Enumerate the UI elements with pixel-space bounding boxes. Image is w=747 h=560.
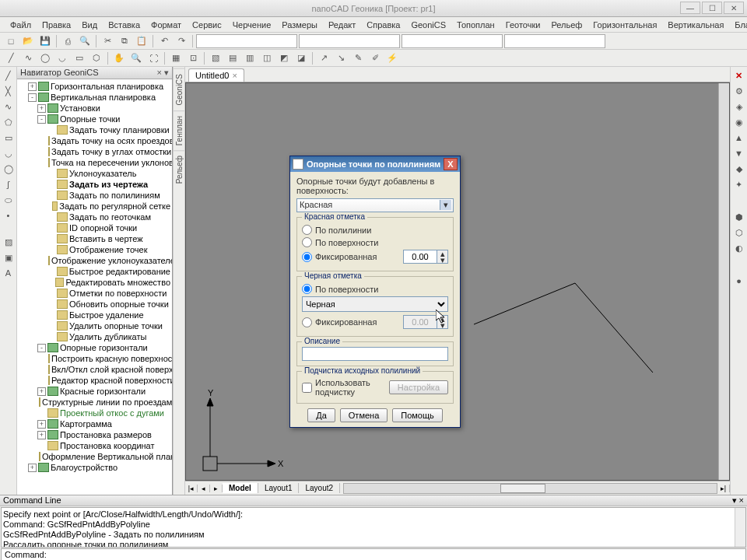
lv-circle-icon[interactable]: ◯ — [2, 162, 16, 176]
tree-item[interactable]: Опорные горизонтали — [60, 342, 148, 353]
rv-tool8-icon[interactable]: ⬢ — [732, 210, 746, 224]
red-fixed-spinner[interactable]: ▴▾ — [403, 250, 448, 264]
lv-hatch-icon[interactable]: ▨ — [2, 235, 16, 249]
lv-ellipse-icon[interactable]: ⬭ — [2, 193, 16, 207]
layout-first-icon[interactable]: |◂ — [185, 485, 198, 492]
tree-item[interactable]: Задать из чертежа — [69, 179, 148, 190]
tree-item[interactable]: Задать по регулярной сетке — [59, 201, 170, 212]
tree-item[interactable]: Быстрое удаление — [69, 310, 144, 320]
navigator-close-icon[interactable]: × ▾ — [157, 68, 169, 78]
grid-icon[interactable]: ▦ — [168, 51, 184, 66]
dialog-titlebar[interactable]: Опорные точки по полилиниям X — [290, 156, 460, 172]
t6-icon[interactable]: ◪ — [293, 51, 309, 66]
tree-item[interactable]: Отметки по поверхности — [69, 288, 167, 299]
black-surface-combo[interactable]: Черная — [302, 296, 448, 312]
t9-icon[interactable]: ✎ — [350, 51, 366, 66]
radio-black-fixed[interactable] — [302, 317, 312, 327]
t10-icon[interactable]: ✐ — [367, 51, 383, 66]
tree-item[interactable]: Вставить в чертеж — [69, 233, 143, 244]
new-icon[interactable]: □ — [3, 33, 19, 49]
radio-red-surface[interactable] — [302, 237, 312, 247]
pan-icon[interactable]: ✋ — [111, 51, 127, 66]
menu-файл[interactable]: Файл — [5, 19, 37, 31]
snap-icon[interactable]: ⊡ — [185, 51, 201, 66]
layout-last-icon[interactable]: ▸| — [717, 485, 730, 492]
zoom-icon[interactable]: 🔍 — [128, 51, 144, 66]
description-input[interactable] — [302, 347, 448, 361]
command-panel-close-icon[interactable]: ▾ × — [732, 495, 744, 506]
tree-item[interactable]: Задать точку в углах отмостки — [51, 146, 171, 157]
sidetab-Генплан[interactable]: Генплан — [174, 110, 184, 150]
close-button[interactable]: ✕ — [724, 2, 744, 14]
menu-вид[interactable]: Вид — [76, 19, 103, 31]
help-button[interactable]: Помощь — [392, 408, 443, 422]
t11-icon[interactable]: ⚡ — [384, 51, 400, 66]
rv-tool11-icon[interactable]: ● — [732, 274, 746, 288]
tree-item[interactable]: Отображение точек — [69, 244, 147, 255]
layout-tab-layout1[interactable]: Layout1 — [258, 483, 300, 493]
tree-item[interactable]: ID опорной точки — [69, 222, 137, 233]
menu-геоточки[interactable]: Геоточки — [500, 19, 546, 31]
tree-item[interactable]: Удалить дубликаты — [69, 331, 146, 342]
menu-размеры[interactable]: Размеры — [276, 19, 323, 31]
copy-icon[interactable]: ⧉ — [117, 33, 132, 49]
t4-icon[interactable]: ◫ — [259, 51, 275, 66]
menu-редакт[interactable]: Редакт — [323, 19, 361, 31]
ok-button[interactable]: Да — [307, 408, 335, 422]
tree-item[interactable]: Простановка размеров — [60, 429, 152, 440]
layout-next-icon[interactable]: ▸ — [210, 485, 223, 492]
lv-text-icon[interactable]: A — [2, 266, 16, 280]
menu-рельеф[interactable]: Рельеф — [545, 19, 587, 31]
sidetab-Рельеф[interactable]: Рельеф — [174, 150, 184, 188]
save-icon[interactable]: 💾 — [37, 33, 53, 49]
lineweight-combo[interactable] — [402, 34, 503, 48]
arc-icon[interactable]: ◡ — [54, 51, 70, 66]
tree-item[interactable]: Задать по полилиниям — [69, 190, 160, 201]
menu-черчение[interactable]: Черчение — [227, 19, 277, 31]
rv-tool6-icon[interactable]: ◆ — [732, 162, 746, 176]
menu-вертикальная[interactable]: Вертикальная — [662, 19, 729, 31]
radio-red-polyline[interactable] — [302, 225, 312, 235]
tree-item[interactable]: Установки — [60, 103, 100, 114]
tree-item[interactable]: Редактор красной поверхности — [51, 375, 172, 386]
tree-item[interactable]: Уклоноуказатель — [69, 168, 136, 179]
doc-tab[interactable]: Untitled0 × — [188, 68, 244, 82]
canvas-vscrollbar[interactable] — [718, 83, 729, 480]
radio-black-surface[interactable] — [302, 284, 312, 294]
layout-prev-icon[interactable]: ◂ — [198, 485, 210, 492]
tree-item[interactable]: Красные горизонтали — [60, 386, 146, 397]
rv-close-icon[interactable]: ✕ — [732, 68, 746, 82]
tree-item[interactable]: Вкл/Откл слой красной поверхности — [51, 364, 172, 375]
layout-hscrollbar[interactable] — [343, 483, 717, 494]
t7-icon[interactable]: ↗ — [316, 51, 331, 66]
lv-region-icon[interactable]: ▣ — [2, 250, 16, 264]
line-icon[interactable]: ╱ — [3, 51, 19, 66]
command-vscrollbar[interactable] — [735, 508, 745, 547]
menu-топоплан[interactable]: Топоплан — [451, 19, 500, 31]
lv-point-icon[interactable]: • — [2, 208, 16, 222]
lv-poly-icon[interactable]: ⬠ — [2, 115, 16, 129]
color-combo[interactable] — [504, 34, 605, 48]
t3-icon[interactable]: ▥ — [242, 51, 258, 66]
minimize-button[interactable]: — — [680, 2, 700, 14]
t2-icon[interactable]: ▤ — [225, 51, 240, 66]
tree-item[interactable]: Задать по геоточкам — [69, 212, 151, 222]
tree-item[interactable]: Удалить опорные точки — [69, 320, 163, 331]
menu-geonics[interactable]: GeoniCS — [405, 19, 451, 31]
tree-item[interactable]: Точка на пересечении уклонов — [51, 157, 172, 168]
undo-icon[interactable]: ↶ — [156, 33, 172, 49]
tree-item[interactable]: Проектный откос с дугами — [60, 408, 164, 418]
polygon-icon[interactable]: ⬡ — [89, 51, 104, 66]
dialog-close-button[interactable]: X — [444, 158, 458, 170]
tree-item[interactable]: Вертикальная планировка — [51, 92, 156, 103]
rv-tool1-icon[interactable]: ⚙ — [732, 84, 746, 98]
t5-icon[interactable]: ◩ — [276, 51, 292, 66]
tree-item[interactable]: Структурные линии по проездам — [42, 397, 172, 408]
circle-icon[interactable]: ◯ — [37, 51, 53, 66]
lv-rect-icon[interactable]: ▭ — [2, 131, 16, 145]
tree-item[interactable]: Картограмма — [60, 418, 112, 429]
rv-tool2-icon[interactable]: ◈ — [732, 100, 746, 114]
layout-tab-model[interactable]: Model — [223, 483, 258, 493]
menu-справка[interactable]: Справка — [361, 19, 405, 31]
tree-item[interactable]: Оформление Вертикальной планировки — [42, 451, 172, 462]
